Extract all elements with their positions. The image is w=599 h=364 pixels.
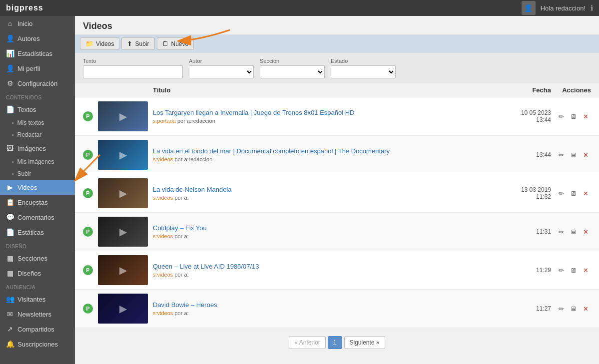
sidebar-label-visitantes: Visitantes (17, 296, 45, 303)
sidebar-item-estadisticas[interactable]: 📊 Estadísticas (0, 46, 75, 61)
video-actions: ✏ 🖥 ✕ (556, 149, 591, 160)
delete-button[interactable]: ✕ (581, 303, 591, 314)
video-title-link[interactable]: Queen – Live at Live AID 1985/07/13 (153, 263, 259, 270)
video-date: 13:44 (501, 151, 551, 158)
filter-bar: Texto Autor Sección Estado (75, 53, 599, 83)
sidebar-label-redactar: Redactar (17, 131, 42, 138)
sidebar-item-disenos[interactable]: ▦ Diseños (0, 266, 75, 281)
info-icon[interactable]: ℹ (591, 4, 593, 12)
video-meta: s:videos por a: (153, 272, 496, 278)
page-header: Videos (75, 16, 599, 34)
sidebar-item-newsletters[interactable]: ✉ Newsletters (0, 307, 75, 322)
edit-button[interactable]: ✏ (556, 265, 567, 276)
avatar: 👤 (522, 1, 536, 15)
sidebar-item-visitantes[interactable]: 👥 Visitantes (0, 292, 75, 307)
estaticas-icon: 📄 (6, 228, 14, 236)
sidebar-item-encuestas[interactable]: 📋 Encuestas (0, 195, 75, 210)
table-row: P ▶ Los Targaryen llegan a Invernalia | … (75, 97, 599, 136)
delete-button[interactable]: ✕ (581, 265, 591, 276)
video-info: La vida de Nelson Mandela s:videos por a… (153, 186, 496, 201)
sidebar-item-mis-textos[interactable]: • Mis textos (0, 117, 75, 129)
video-author: por a: (174, 310, 188, 316)
video-meta: s:videos por a: (153, 310, 496, 316)
estado-select[interactable] (331, 65, 396, 78)
subir-button[interactable]: ⬆ Subir (121, 37, 154, 50)
nuevo-button[interactable]: 🗒 Nuevo (157, 37, 194, 50)
edit-button[interactable]: ✏ (556, 226, 567, 237)
delete-button[interactable]: ✕ (581, 226, 591, 237)
sidebar-label-encuestas: Encuestas (17, 199, 48, 206)
filter-texto: Texto (83, 58, 183, 78)
page-1-button[interactable]: 1 (328, 336, 342, 349)
edit-button[interactable]: ✏ (556, 303, 567, 314)
video-title-link[interactable]: David Bowie – Heroes (153, 301, 217, 309)
sidebar-item-compartidos[interactable]: ↗ Compartidos (0, 322, 75, 337)
delete-button[interactable]: ✕ (581, 111, 591, 122)
edit-button[interactable]: ✏ (556, 111, 567, 122)
newsletters-icon: ✉ (6, 310, 14, 318)
sidebar-item-configuracion[interactable]: ⚙ Configuración (0, 76, 75, 91)
sidebar-item-videos[interactable]: ▶ Videos (0, 180, 75, 195)
preview-button[interactable]: 🖥 (569, 303, 579, 314)
new-icon: 🗒 (162, 40, 169, 47)
preview-button[interactable]: 🖥 (569, 265, 579, 276)
sidebar-label-compartidos: Compartidos (17, 326, 54, 333)
sidebar-item-comentarios[interactable]: 💬 Comentarios (0, 210, 75, 225)
sidebar-item-inicio[interactable]: ⌂ Inicio (0, 16, 75, 31)
thumb-icon: ▶ (98, 255, 148, 285)
table-header: Título Fecha Acciones (75, 83, 599, 97)
video-info: David Bowie – Heroes s:videos por a: (153, 301, 496, 316)
seccion-select[interactable] (260, 65, 325, 78)
edit-button[interactable]: ✏ (556, 149, 567, 160)
sidebar-item-secciones[interactable]: ▦ Secciones (0, 251, 75, 266)
toolbar: 📁 Videos ⬆ Subir 🗒 Nuevo (75, 34, 599, 53)
folder-icon: 📁 (85, 40, 93, 47)
sidebar-item-estaticas[interactable]: 📄 Estáticas (0, 225, 75, 240)
sidebar-label-autores: Autores (17, 35, 40, 42)
preview-button[interactable]: 🖥 (569, 188, 579, 199)
sidebar-item-autores[interactable]: 👤 Autores (0, 31, 75, 46)
filter-estado: Estado (331, 58, 396, 78)
sub-dot: • (12, 132, 14, 138)
sidebar-label-mi-perfil: Mi perfil (17, 65, 40, 72)
thumb-icon: ▶ (98, 140, 148, 170)
sidebar-item-redactar[interactable]: • Redactar (0, 129, 75, 141)
table-row: P ▶ David Bowie – Heroes s:videos por a:… (75, 290, 599, 328)
greeting-text: Hola redaccion! (541, 4, 586, 12)
preview-button[interactable]: 🖥 (569, 149, 579, 160)
video-title-link[interactable]: La vida en el fondo del mar | Documental… (153, 147, 390, 155)
sidebar-item-textos[interactable]: 📄 Textos (0, 102, 75, 117)
table-row: P ▶ Queen – Live at Live AID 1985/07/13 … (75, 251, 599, 290)
video-date: 10 05 202313:44 (501, 109, 551, 123)
delete-button[interactable]: ✕ (581, 149, 591, 160)
next-page-button[interactable]: Siguiente » (344, 336, 385, 349)
sidebar-item-mis-imagenes[interactable]: • Mis imágenes (0, 156, 75, 168)
delete-button[interactable]: ✕ (581, 188, 591, 199)
status-badge: P (83, 111, 93, 121)
videos-button[interactable]: 📁 Videos (80, 37, 119, 50)
main-content: Videos 📁 Videos ⬆ Subir 🗒 Nuevo Texto (75, 16, 599, 364)
status-badge: P (83, 227, 93, 237)
sidebar-item-imagenes[interactable]: 🖼 Imágenes (0, 141, 75, 156)
sidebar-label-newsletters: Newsletters (17, 311, 51, 318)
sidebar-item-suscripciones[interactable]: 🔔 Suscripciones (0, 337, 75, 352)
preview-button[interactable]: 🖥 (569, 226, 579, 237)
edit-button[interactable]: ✏ (556, 188, 567, 199)
video-title-link[interactable]: La vida de Nelson Mandela (153, 186, 232, 193)
video-title-link[interactable]: Coldplay – Fix You (153, 224, 207, 232)
home-icon: ⌂ (6, 19, 14, 27)
prev-page-button[interactable]: « Anterior (289, 336, 325, 349)
video-title-link[interactable]: Los Targaryen llegan a Invernalia | Jueg… (153, 109, 355, 116)
sidebar-item-mi-perfil[interactable]: 👤 Mi perfil (0, 61, 75, 76)
autor-select[interactable] (189, 65, 254, 78)
texto-input[interactable] (83, 65, 183, 78)
video-info: Los Targaryen llegan a Invernalia | Jueg… (153, 109, 496, 124)
status-badge: P (83, 265, 93, 275)
thumb-icon: ▶ (98, 217, 148, 247)
col-fecha: Fecha (491, 86, 551, 94)
video-author: por a:redaccion (174, 156, 212, 162)
sidebar-item-subir[interactable]: • Subir (0, 168, 75, 180)
stats-icon: 📊 (6, 49, 14, 57)
video-date: 11:29 (501, 267, 551, 274)
preview-button[interactable]: 🖥 (569, 111, 579, 122)
